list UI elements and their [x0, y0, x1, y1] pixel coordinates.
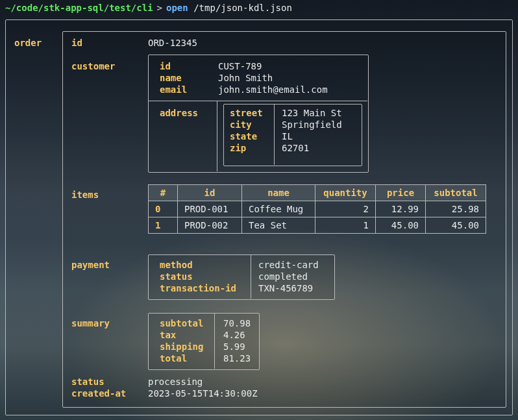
customer-name-value: John Smith	[218, 73, 273, 83]
items-0-name: Coffee Mug	[242, 201, 315, 217]
prompt-arg: /tmp/json-kdl.json	[193, 3, 292, 13]
summary-tax-label: tax	[160, 330, 176, 340]
customer-email-value: john.smith@email.com	[218, 84, 328, 95]
items-1-quantity: 1	[315, 217, 376, 234]
customer-address-vline	[217, 101, 217, 171]
payment-method-label: method	[160, 260, 193, 270]
terminal-root: ~/code/stk-app-sql/test/cli>open /tmp/js…	[0, 0, 518, 420]
prompt-path: ~/code/stk-app-sql/test/cli	[5, 3, 153, 13]
status-value: processing	[148, 377, 203, 387]
customer-email-label: email	[160, 84, 187, 95]
created-at-label: created-at	[71, 388, 126, 399]
summary-total-label: total	[160, 353, 187, 364]
status-label: status	[71, 377, 105, 387]
items-label: items	[71, 190, 99, 200]
items-header-subtotal: subtotal	[426, 185, 486, 201]
items-1-price: 45.00	[376, 217, 426, 234]
payment-label: payment	[71, 260, 110, 270]
payment-txn-label: transaction-id	[160, 283, 236, 293]
items-header-quantity: quantity	[315, 185, 376, 201]
summary-subtotal-value: 70.98	[223, 318, 251, 328]
state-value: IL	[282, 131, 293, 142]
prompt-line: ~/code/stk-app-sql/test/cli>open /tmp/js…	[5, 3, 292, 13]
prompt-separator: >	[157, 3, 162, 13]
street-value: 123 Main St	[282, 108, 342, 118]
payment-method-value: credit-card	[258, 260, 319, 270]
table-row: 1 PROD-002 Tea Set 1 45.00 45.00	[149, 217, 486, 234]
items-0-id: PROD-001	[178, 201, 242, 217]
order-label: order	[14, 38, 42, 48]
summary-label: summary	[71, 318, 110, 328]
zip-label: zip	[230, 143, 246, 153]
items-0-quantity: 2	[315, 201, 376, 217]
city-label: city	[230, 119, 252, 130]
customer-fields-divider	[148, 101, 367, 101]
created-at-value: 2023-05-15T14:30:00Z	[148, 388, 258, 399]
summary-vline	[214, 313, 215, 369]
id-value: ORD-12345	[148, 38, 197, 48]
customer-id-value: CUST-789	[218, 61, 262, 71]
items-1-name: Tea Set	[242, 217, 315, 234]
zip-value: 62701	[282, 143, 309, 153]
city-value: Springfield	[282, 119, 342, 130]
summary-tax-value: 4.26	[223, 330, 245, 340]
items-1-subtotal: 45.00	[426, 217, 486, 234]
address-label: address	[160, 108, 198, 118]
items-0-index: 0	[149, 201, 178, 217]
items-0-price: 12.99	[376, 201, 426, 217]
items-1-id: PROD-002	[178, 217, 242, 234]
summary-shipping-value: 5.99	[223, 341, 245, 352]
id-label: id	[71, 38, 82, 48]
summary-subtotal-label: subtotal	[160, 318, 203, 328]
payment-vline	[251, 254, 251, 299]
summary-shipping-label: shipping	[160, 341, 203, 352]
payment-status-label: status	[160, 271, 193, 282]
items-header-index: #	[149, 185, 178, 201]
items-1-index: 1	[149, 217, 178, 234]
prompt-command: open	[166, 3, 188, 13]
customer-id-label: id	[160, 61, 171, 71]
street-label: street	[230, 108, 263, 118]
customer-label: customer	[71, 61, 115, 71]
items-header-price: price	[376, 185, 426, 201]
items-header-name: name	[242, 185, 315, 201]
payment-txn-value: TXN-456789	[258, 283, 313, 293]
address-vline	[274, 104, 275, 165]
summary-total-value: 81.23	[223, 353, 251, 364]
state-label: state	[230, 131, 257, 142]
table-row: 0 PROD-001 Coffee Mug 2 12.99 25.98	[149, 201, 486, 217]
customer-name-label: name	[160, 73, 182, 83]
payment-status-value: completed	[258, 271, 308, 282]
items-header-id: id	[178, 185, 242, 201]
items-table: # id name quantity price subtotal 0 PROD…	[148, 184, 486, 234]
items-0-subtotal: 25.98	[426, 201, 486, 217]
items-header-row: # id name quantity price subtotal	[149, 185, 486, 201]
